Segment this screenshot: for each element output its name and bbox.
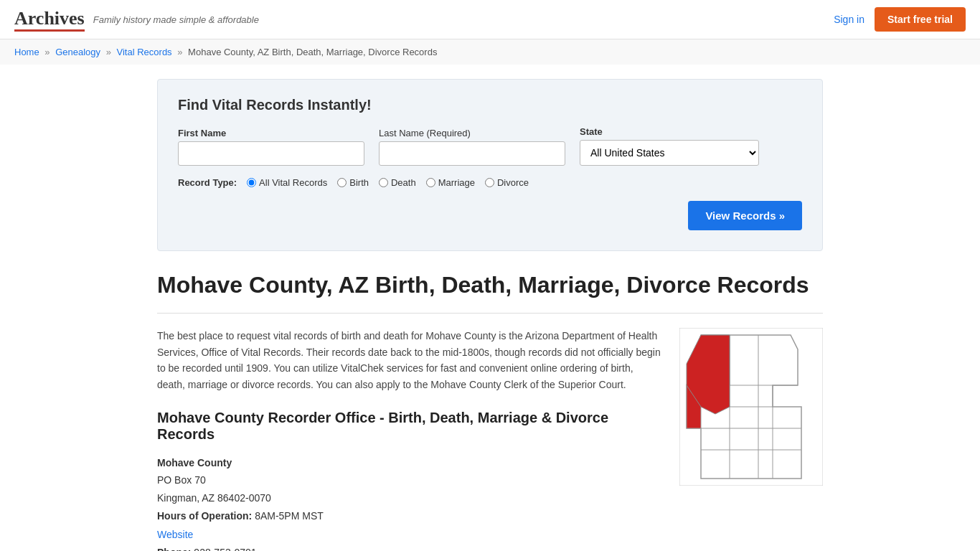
breadcrumb-vital-records[interactable]: Vital Records bbox=[117, 47, 172, 57]
office-info: PO Box 70 Kingman, AZ 86402-0070 Hours o… bbox=[157, 471, 662, 551]
recorder-section-title: Mohave County Recorder Office - Birth, D… bbox=[157, 410, 662, 446]
description-paragraph: The best place to request vital records … bbox=[157, 328, 662, 392]
hours-line: Hours of Operation: 8AM-5PM MST bbox=[157, 507, 662, 525]
radio-death-label: Death bbox=[391, 177, 416, 188]
radio-divorce-label: Divorce bbox=[497, 177, 529, 188]
phone-label: Phone: bbox=[157, 547, 191, 551]
website-link[interactable]: Website bbox=[157, 529, 193, 540]
hours-value: 8AM-5PM MST bbox=[255, 510, 324, 522]
breadcrumb-genealogy[interactable]: Genealogy bbox=[55, 47, 100, 57]
first-name-input[interactable] bbox=[178, 141, 364, 166]
header-right: Sign in Start free trial bbox=[834, 7, 966, 32]
breadcrumb: Home » Genealogy » Vital Records » Mohav… bbox=[0, 39, 980, 65]
website-line: Website bbox=[157, 526, 662, 544]
radio-birth-label: Birth bbox=[349, 177, 369, 188]
site-logo: Archives bbox=[14, 8, 85, 32]
state-select[interactable]: All United States bbox=[580, 140, 759, 166]
radio-divorce[interactable]: Divorce bbox=[485, 177, 529, 188]
main-content: Find Vital Records Instantly! First Name… bbox=[146, 65, 834, 551]
breadcrumb-sep-3: » bbox=[177, 47, 182, 57]
office-block: Mohave County PO Box 70 Kingman, AZ 8640… bbox=[157, 457, 662, 551]
search-form-fields-row: First Name Last Name (Required) State Al… bbox=[178, 126, 802, 166]
hours-label: Hours of Operation: bbox=[157, 510, 252, 522]
breadcrumb-sep-2: » bbox=[106, 47, 111, 57]
view-records-button[interactable]: View Records » bbox=[688, 201, 802, 230]
search-form-title: Find Vital Records Instantly! bbox=[178, 97, 802, 113]
header-left: Archives Family history made simple & af… bbox=[14, 8, 259, 32]
form-bottom: View Records » bbox=[178, 201, 802, 230]
start-trial-button[interactable]: Start free trial bbox=[875, 7, 966, 32]
radio-marriage[interactable]: Marriage bbox=[426, 177, 475, 188]
last-name-group: Last Name (Required) bbox=[379, 128, 565, 166]
radio-death[interactable]: Death bbox=[379, 177, 416, 188]
office-name: Mohave County bbox=[157, 457, 662, 468]
title-divider bbox=[157, 313, 823, 314]
last-name-input[interactable] bbox=[379, 141, 565, 166]
address-line2: Kingman, AZ 86402-0070 bbox=[157, 489, 662, 507]
state-group: State All United States bbox=[580, 126, 759, 166]
radio-birth[interactable]: Birth bbox=[337, 177, 369, 188]
site-tagline: Family history made simple & affordable bbox=[93, 14, 259, 25]
radio-birth-input[interactable] bbox=[337, 178, 347, 187]
content-text: The best place to request vital records … bbox=[157, 328, 662, 551]
radio-all-vital-label: All Vital Records bbox=[259, 177, 327, 188]
phone-value: 928-753-0701 bbox=[194, 547, 256, 551]
breadcrumb-current: Mohave County, AZ Birth, Death, Marriage… bbox=[188, 47, 437, 57]
content-layout: The best place to request vital records … bbox=[157, 328, 823, 551]
last-name-label: Last Name (Required) bbox=[379, 128, 565, 138]
radio-all-vital-input[interactable] bbox=[247, 178, 256, 187]
record-type-label: Record Type: bbox=[178, 177, 237, 188]
first-name-label: First Name bbox=[178, 128, 364, 138]
radio-death-input[interactable] bbox=[379, 178, 388, 187]
radio-marriage-input[interactable] bbox=[426, 178, 435, 187]
address-line1: PO Box 70 bbox=[157, 471, 662, 489]
record-type-row: Record Type: All Vital Records Birth Dea… bbox=[178, 177, 802, 188]
state-label: State bbox=[580, 126, 759, 137]
radio-marriage-label: Marriage bbox=[438, 177, 475, 188]
first-name-group: First Name bbox=[178, 128, 364, 166]
breadcrumb-home[interactable]: Home bbox=[14, 47, 39, 57]
arizona-map bbox=[679, 328, 823, 486]
page-title: Mohave County, AZ Birth, Death, Marriage… bbox=[157, 271, 823, 298]
header: Archives Family history made simple & af… bbox=[0, 0, 980, 39]
search-form: Find Vital Records Instantly! First Name… bbox=[157, 79, 823, 251]
sign-in-link[interactable]: Sign in bbox=[834, 14, 864, 25]
breadcrumb-sep-1: » bbox=[44, 47, 50, 57]
radio-all-vital[interactable]: All Vital Records bbox=[247, 177, 327, 188]
map-container bbox=[679, 328, 823, 551]
radio-divorce-input[interactable] bbox=[485, 178, 494, 187]
phone-line: Phone: 928-753-0701 bbox=[157, 544, 662, 551]
